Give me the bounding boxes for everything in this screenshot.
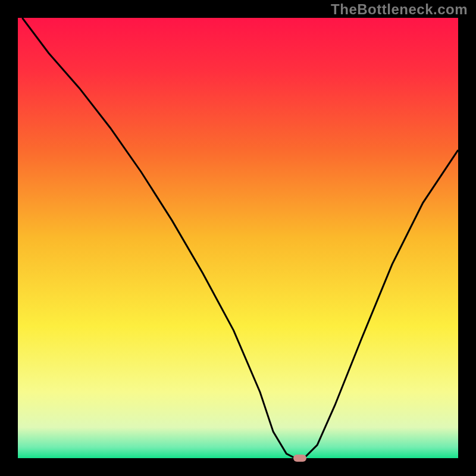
minimum-marker xyxy=(293,455,306,462)
plot-area xyxy=(18,18,458,458)
gradient-background xyxy=(18,18,458,458)
watermark-text: TheBottleneck.com xyxy=(331,1,468,18)
plot-svg xyxy=(18,18,458,458)
chart-container: TheBottleneck.com xyxy=(0,0,476,476)
